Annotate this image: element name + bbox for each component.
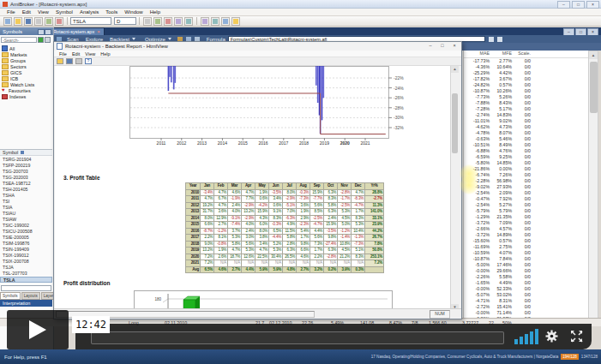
- symbol-item-tsfp-200219[interactable]: TSFP-200219: [0, 163, 52, 169]
- column-header-mae[interactable]: MAE: [464, 51, 490, 57]
- print-icon[interactable]: [75, 58, 82, 64]
- close-button[interactable]: ×: [586, 1, 599, 9]
- close-icon[interactable]: [45, 29, 51, 35]
- sidebar-item-gics[interactable]: GICS: [2, 69, 51, 75]
- result-row[interactable]: -0.00%29.66%0/0: [464, 268, 589, 274]
- result-row[interactable]: -6.74%7.26%0/0: [464, 172, 589, 178]
- symbol-item-tsiau[interactable]: TSIAU: [0, 211, 52, 217]
- volume-bars-icon[interactable]: [514, 329, 538, 344]
- toolbar-icon[interactable]: [143, 17, 152, 26]
- result-row[interactable]: -0.63%5.46%0/0: [464, 136, 589, 142]
- result-row[interactable]: -2.72%15.41%0/0: [464, 304, 589, 310]
- report-scrollbar[interactable]: ▲ ▼: [450, 66, 460, 311]
- symbol-options-icon[interactable]: [45, 37, 51, 43]
- maximize-button[interactable]: □: [572, 1, 585, 9]
- toolbar-icon[interactable]: [3, 17, 12, 26]
- sidebar-item-favourites[interactable]: ♥Favourites: [2, 87, 51, 93]
- result-row[interactable]: -0.00%52.33%0/0: [464, 286, 589, 292]
- result-row[interactable]: -2.54%5.27%0/0: [464, 202, 589, 208]
- sidebar-item-watch-lists[interactable]: Watch Lists: [2, 81, 51, 87]
- result-row[interactable]: -6.88%4.76%0/0: [464, 148, 589, 154]
- result-row[interactable]: -2.28%56.98%0/0: [464, 178, 589, 184]
- menu-symbol[interactable]: Symbol: [52, 9, 76, 15]
- help-icon[interactable]: ?: [85, 58, 92, 64]
- result-row[interactable]: -5.80%14.85%0/0: [464, 160, 589, 166]
- filter-icon[interactable]: [21, 151, 24, 154]
- result-row[interactable]: -2.66%4.57%0/0: [464, 226, 589, 232]
- open-icon[interactable]: [57, 58, 63, 64]
- sidebar-item-groups[interactable]: Groups: [2, 57, 51, 63]
- result-row[interactable]: -11.01%9.02%0/0: [464, 118, 589, 124]
- result-row[interactable]: -7.28%5.17%0/0: [464, 106, 589, 112]
- sidebar-item-markets[interactable]: Markets: [2, 51, 51, 57]
- result-row[interactable]: -10.51%8.49%0/0: [464, 142, 589, 148]
- result-row[interactable]: -0.47%7.92%0/0: [464, 196, 589, 202]
- result-row[interactable]: -2.54%2.09%0/0: [464, 190, 589, 196]
- results-scrollbar[interactable]: ▲: [588, 51, 598, 319]
- symbol-item-tsim-199876[interactable]: TSIM-199876: [0, 241, 52, 247]
- report-minimize-button[interactable]: –: [424, 43, 436, 50]
- toolbar-icon[interactable]: [153, 17, 162, 26]
- result-row[interactable]: -6.59%9.25%0/0: [464, 154, 589, 160]
- symbol-item-tsg-200703[interactable]: TSG-200703: [0, 169, 52, 175]
- symbol-item-tsi[interactable]: TSI: [0, 199, 52, 205]
- toolbar-icon[interactable]: [55, 17, 63, 26]
- minimize-button[interactable]: –: [557, 1, 570, 9]
- sidebar-item-all[interactable]: All: [2, 45, 51, 51]
- symbol-item-tsea-198712[interactable]: TSEA-198712: [0, 181, 52, 187]
- symbol-item-tsh-201405[interactable]: TSH-201405: [0, 187, 52, 193]
- result-row[interactable]: -21.86%0.00%0/0: [464, 166, 589, 172]
- toolbar-icon[interactable]: [174, 17, 183, 26]
- toolbar-icon[interactable]: [184, 17, 193, 26]
- result-row[interactable]: -24.82%0.57%0/0: [464, 82, 589, 88]
- symbol-item-tsic-199002[interactable]: TSIC-199002: [0, 223, 52, 229]
- video-settings-button[interactable]: [545, 330, 558, 346]
- pin-icon[interactable]: [38, 29, 45, 35]
- result-row[interactable]: -25.29%4.42%0/0: [464, 70, 589, 76]
- result-row[interactable]: -10.87%7.84%0/0: [464, 256, 589, 262]
- symbol-item-tsicu-200508[interactable]: TSICU-200508: [0, 229, 52, 235]
- close-tab-icon[interactable]: ×: [97, 30, 100, 33]
- symbol-item-tsrg-201904[interactable]: TSRG-201904: [0, 157, 52, 163]
- result-row[interactable]: -7.73%5.26%0/0: [464, 94, 589, 100]
- menu-tools[interactable]: Tools: [102, 9, 121, 15]
- scrollbar-thumb[interactable]: [452, 93, 458, 153]
- result-row[interactable]: -4.36%10.64%0/0: [464, 64, 589, 70]
- result-row[interactable]: -3.72%14.89%0/0: [464, 232, 589, 238]
- menu-edit[interactable]: Edit: [19, 9, 34, 15]
- toolbar-icon[interactable]: [231, 17, 240, 26]
- result-row[interactable]: -5.07%53.02%0/0: [464, 292, 589, 298]
- result-row[interactable]: -5.79%5.79%0/0: [464, 208, 589, 214]
- menu-view[interactable]: View: [34, 9, 52, 15]
- result-row[interactable]: -17.82%3.67%0/0: [464, 76, 589, 82]
- toolbar-icon[interactable]: [14, 17, 22, 26]
- result-row[interactable]: -4.78%8.07%0/0: [464, 130, 589, 136]
- symbol-item-tsja[interactable]: TSJA: [0, 265, 52, 271]
- result-row[interactable]: -2.26%5.58%0/0: [464, 274, 589, 280]
- result-row[interactable]: -4.62%4.73%0/0: [464, 124, 589, 130]
- result-row[interactable]: -2.74%14.83%0/0: [464, 112, 589, 118]
- symbol-combo[interactable]: TSLA: [70, 17, 111, 25]
- report-maximize-button[interactable]: □: [436, 43, 448, 50]
- toolbar-icon[interactable]: [211, 17, 219, 26]
- report-close-button[interactable]: ×: [448, 43, 460, 50]
- menu-analysis[interactable]: Analysis: [76, 9, 102, 15]
- sidebar-item-icb[interactable]: ICB: [2, 75, 51, 81]
- scrollbar-thumb[interactable]: [590, 62, 598, 113]
- result-row[interactable]: -1.65%4.49%0/0: [464, 280, 589, 286]
- toolbar-icon[interactable]: [201, 17, 209, 26]
- sidebar-tab-symbols[interactable]: Symbols: [0, 292, 21, 300]
- result-row[interactable]: -4.71%8.31%0/0: [464, 298, 589, 304]
- video-fullscreen-button[interactable]: [571, 331, 583, 346]
- menu-file[interactable]: File: [3, 9, 19, 15]
- symbol-item-tsha[interactable]: TSHA: [0, 193, 52, 199]
- symbol-quick-input[interactable]: [1, 285, 51, 291]
- result-row[interactable]: -15.60%0.57%0/0: [464, 238, 589, 244]
- symbol-item-tsla[interactable]: TSLA: [0, 277, 52, 283]
- toolbar-icon[interactable]: [24, 17, 33, 26]
- result-row[interactable]: -17.73%2.77%0/0: [464, 58, 589, 64]
- result-row[interactable]: -10.59%4.07%0/0: [464, 250, 589, 256]
- interval-combo[interactable]: D: [114, 17, 136, 25]
- result-row[interactable]: -9.02%27.93%0/0: [464, 184, 589, 190]
- result-row[interactable]: -7.88%8.43%0/0: [464, 100, 589, 106]
